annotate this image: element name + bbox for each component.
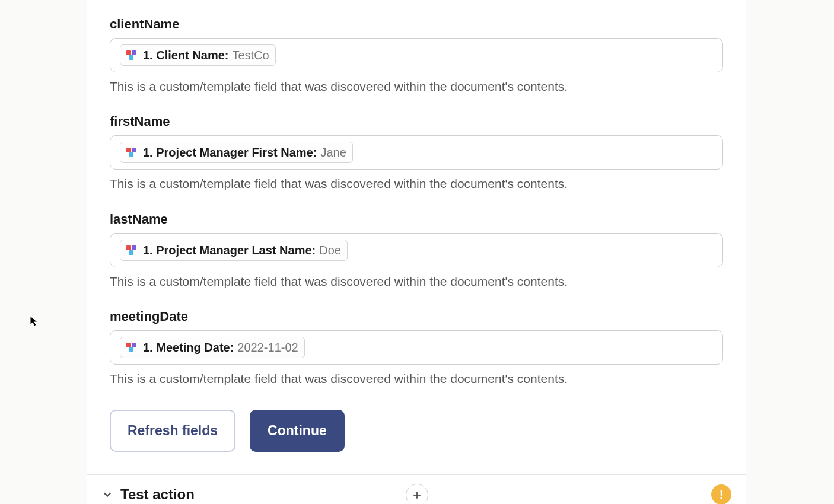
field-description: This is a custom/template field that was… — [110, 273, 723, 290]
cursor-icon — [30, 315, 38, 327]
airtable-icon — [126, 148, 138, 157]
pill-label: 1. Meeting Date: — [143, 340, 234, 355]
continue-button[interactable]: Continue — [250, 410, 345, 452]
pill-value: 2022-11-02 — [237, 340, 298, 355]
field-group-firstName: firstName 1. Project Manager First Name:… — [110, 114, 723, 192]
field-input-firstName[interactable]: 1. Project Manager First Name: Jane — [110, 135, 723, 170]
field-label: firstName — [110, 114, 723, 129]
field-label: clientName — [110, 17, 723, 32]
pill-label: 1. Project Manager First Name: — [143, 145, 317, 160]
value-pill[interactable]: 1. Project Manager First Name: Jane — [120, 142, 353, 163]
value-pill[interactable]: 1. Project Manager Last Name: Doe — [120, 240, 348, 261]
refresh-fields-button[interactable]: Refresh fields — [110, 410, 235, 452]
field-group-lastName: lastName 1. Project Manager Last Name: D… — [110, 212, 723, 290]
plus-icon — [411, 489, 423, 501]
test-action-left: Test action — [101, 486, 195, 503]
field-description: This is a custom/template field that was… — [110, 78, 723, 95]
value-pill[interactable]: 1. Client Name: TestCo — [120, 44, 276, 66]
field-label: lastName — [110, 212, 723, 227]
airtable-icon — [126, 245, 138, 255]
pill-value: Jane — [320, 145, 346, 160]
action-card: clientName 1. Client Name: TestCo This i… — [87, 0, 746, 504]
field-group-clientName: clientName 1. Client Name: TestCo This i… — [110, 17, 723, 95]
button-row: Refresh fields Continue — [110, 410, 723, 452]
field-description: This is a custom/template field that was… — [110, 371, 723, 387]
field-input-lastName[interactable]: 1. Project Manager Last Name: Doe — [110, 233, 723, 267]
pill-label: 1. Project Manager Last Name: — [143, 243, 316, 257]
value-pill[interactable]: 1. Meeting Date: 2022-11-02 — [120, 337, 305, 358]
airtable-icon — [126, 50, 138, 60]
field-input-meetingDate[interactable]: 1. Meeting Date: 2022-11-02 — [110, 330, 723, 365]
field-label: meetingDate — [110, 309, 723, 324]
test-action-label: Test action — [120, 486, 195, 503]
field-input-clientName[interactable]: 1. Client Name: TestCo — [110, 38, 723, 72]
pill-value: Doe — [319, 243, 341, 257]
add-step-button[interactable] — [406, 484, 428, 504]
warning-badge-icon: ! — [711, 484, 731, 504]
chevron-down-icon — [101, 489, 113, 500]
pill-label: 1. Client Name: — [143, 48, 228, 62]
pill-value: TestCo — [232, 48, 269, 62]
field-group-meetingDate: meetingDate 1. Meeting Date: 2022-11-02 … — [110, 309, 723, 387]
fields-container: clientName 1. Client Name: TestCo This i… — [87, 17, 746, 474]
airtable-icon — [126, 343, 138, 352]
field-description: This is a custom/template field that was… — [110, 176, 723, 192]
